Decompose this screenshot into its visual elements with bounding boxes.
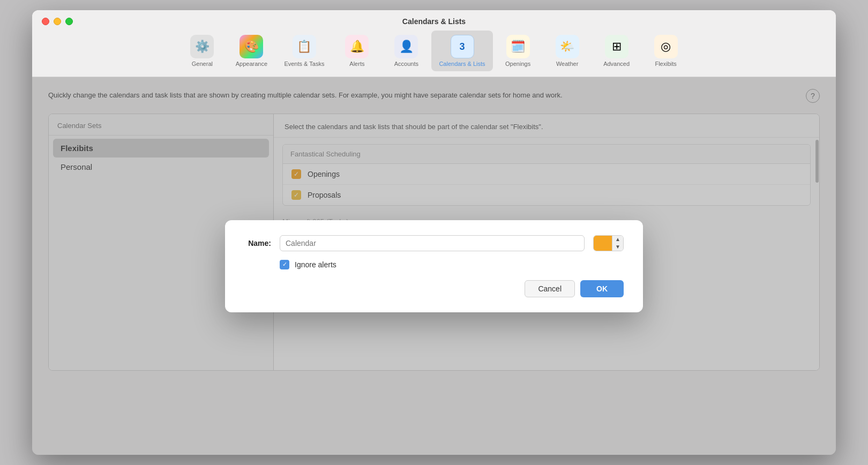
minimize-button[interactable] (54, 18, 61, 25)
titlebar: Calendars & Lists (32, 10, 836, 25)
advanced-icon: ⊞ (605, 35, 628, 58)
ignore-alerts-checkbox[interactable]: ✓ (280, 260, 289, 269)
tab-appearance-label: Appearance (236, 61, 267, 67)
toolbar: ⚙️ General 🎨 Appearance 📋 Events & Tasks… (32, 25, 836, 71)
tab-accounts[interactable]: 👤 Accounts (382, 31, 430, 71)
main-window: Calendars & Lists ⚙️ General 🎨 Appearanc… (32, 10, 836, 455)
general-icon: ⚙️ (190, 35, 214, 58)
color-stepper[interactable]: ▲ ▼ (593, 235, 624, 251)
close-button[interactable] (42, 18, 49, 25)
tab-flexibits[interactable]: ◎ Flexibits (642, 31, 690, 71)
modal-buttons: Cancel OK (244, 280, 624, 297)
tab-flexibits-label: Flexibits (655, 61, 676, 67)
events-icon: 📋 (293, 35, 316, 58)
tab-advanced[interactable]: ⊞ Advanced (593, 31, 641, 71)
tab-calendars-label: Calendars & Lists (439, 61, 485, 67)
tab-appearance[interactable]: 🎨 Appearance (227, 31, 275, 71)
tab-events-label: Events & Tasks (284, 61, 324, 67)
appearance-icon: 🎨 (240, 35, 263, 58)
content-area: Quickly change the calendars and task li… (32, 77, 836, 455)
accounts-icon: 👤 (394, 35, 418, 58)
window-title: Calendars & Lists (402, 17, 466, 26)
tab-alerts[interactable]: 🔔 Alerts (333, 31, 381, 71)
tab-alerts-label: Alerts (349, 61, 364, 67)
traffic-lights (42, 18, 73, 25)
openings-icon: 🗓️ (506, 35, 530, 58)
tab-openings[interactable]: 🗓️ Openings (494, 31, 542, 71)
maximize-button[interactable] (65, 18, 73, 25)
ok-button[interactable]: OK (580, 280, 624, 297)
modal-ignore-alerts-row: ✓ Ignore alerts (280, 260, 624, 269)
alerts-icon: 🔔 (345, 35, 369, 58)
tab-calendars-lists[interactable]: 3 Calendars & Lists (431, 31, 492, 71)
tab-general[interactable]: ⚙️ General (178, 31, 226, 71)
tab-weather-label: Weather (556, 61, 578, 67)
stepper-down-icon[interactable]: ▼ (612, 243, 623, 251)
stepper-up-icon[interactable]: ▲ (612, 236, 623, 243)
ignore-alerts-label: Ignore alerts (295, 260, 336, 269)
weather-icon: 🌤️ (556, 35, 579, 58)
stepper-arrows[interactable]: ▲ ▼ (612, 236, 623, 251)
modal-name-input[interactable] (280, 235, 585, 251)
tab-advanced-label: Advanced (603, 61, 630, 67)
flexibits-icon: ◎ (654, 35, 678, 58)
cancel-button[interactable]: Cancel (525, 280, 575, 297)
modal-name-label: Name: (244, 239, 271, 248)
tab-weather[interactable]: 🌤️ Weather (543, 31, 592, 71)
tab-accounts-label: Accounts (394, 61, 418, 67)
color-swatch[interactable] (594, 236, 612, 251)
tab-openings-label: Openings (505, 61, 530, 67)
tab-general-label: General (192, 61, 213, 67)
tab-events-tasks[interactable]: 📋 Events & Tasks (276, 31, 332, 71)
modal-name-row: Name: ▲ ▼ (244, 235, 624, 251)
calendars-icon: 3 (451, 35, 474, 58)
modal-dialog: Name: ▲ ▼ ✓ Ignore alerts (225, 220, 643, 312)
modal-overlay: Name: ▲ ▼ ✓ Ignore alerts (32, 77, 836, 455)
